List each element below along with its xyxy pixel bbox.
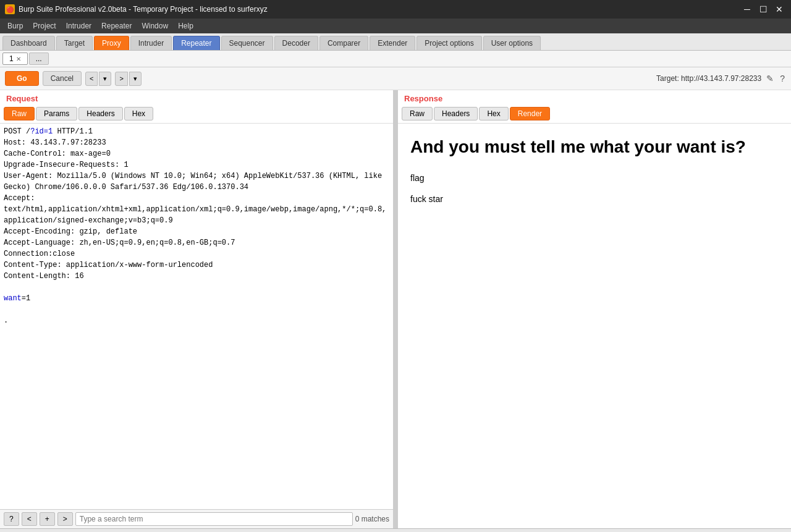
request-tab-raw[interactable]: Raw — [4, 107, 35, 120]
edit-target-button[interactable]: ✎ — [765, 72, 775, 85]
response-tab-hex[interactable]: Hex — [479, 107, 508, 120]
request-line-10: Accept-Language: zh,en-US;q=0.9,en;q=0.8… — [4, 237, 389, 248]
response-tab-bar: Raw Headers Hex Render — [398, 107, 791, 123]
request-line-1: POST /?id=1 HTTP/1.1 — [4, 126, 389, 137]
request-panel: Request Raw Params Headers Hex POST /?id… — [0, 90, 395, 528]
close-tab-icon[interactable]: ✕ — [16, 56, 21, 62]
response-p1: flag — [410, 171, 779, 185]
request-tab-bar: Raw Params Headers Hex — [0, 107, 393, 123]
tab-dashboard[interactable]: Dashboard — [2, 36, 55, 50]
menu-intruder[interactable]: Intruder — [61, 19, 96, 33]
search-bar: ? < + > 0 matches — [0, 509, 393, 528]
request-line-3: Cache-Control: max-age=0 — [4, 148, 389, 159]
request-tab-hex[interactable]: Hex — [124, 107, 153, 120]
window-controls: ─ ☐ ✕ — [740, 2, 786, 16]
nav-prev-dropdown-button[interactable]: ▾ — [99, 72, 111, 86]
request-line-13: Content-Length: 16 — [4, 271, 389, 282]
request-line-6: Accept: — [4, 193, 389, 204]
response-tab-raw[interactable]: Raw — [402, 107, 433, 120]
tab-repeater[interactable]: Repeater — [173, 36, 219, 50]
status-bar: Done 262 bytes | 18 millis — [0, 528, 791, 532]
search-matches: 0 matches — [355, 515, 389, 523]
tab-intruder[interactable]: Intruder — [130, 36, 172, 50]
menu-help[interactable]: Help — [173, 19, 198, 33]
nav-prev-button[interactable]: < — [85, 72, 98, 86]
go-button[interactable]: Go — [5, 71, 39, 86]
main-tab-bar: Dashboard Target Proxy Intruder Repeater… — [0, 33, 791, 51]
response-tab-headers[interactable]: Headers — [434, 107, 478, 120]
request-section-label: Request — [0, 90, 393, 107]
minimize-button[interactable]: ─ — [740, 2, 754, 16]
request-line-11: Connection:close — [4, 248, 389, 260]
request-tab-headers[interactable]: Headers — [78, 107, 122, 120]
window-title: Burp Suite Professional v2.0beta - Tempo… — [19, 5, 268, 14]
search-prev-button[interactable]: < — [22, 512, 37, 526]
repeater-tab-1[interactable]: 1 ✕ — [2, 53, 28, 65]
maximize-button[interactable]: ☐ — [756, 2, 770, 16]
title-bar: 🔴 Burp Suite Professional v2.0beta - Tem… — [0, 0, 791, 19]
request-line-12: Content-Type: application/x-www-form-url… — [4, 260, 389, 271]
nav-next-button[interactable]: > — [115, 72, 127, 86]
main-content: Request Raw Params Headers Hex POST /?id… — [0, 90, 791, 528]
target-url-area: Target: http://43.143.7.97:28233 ✎ ? — [656, 72, 786, 85]
menu-repeater[interactable]: Repeater — [96, 19, 137, 33]
tab-project-options[interactable]: Project options — [417, 36, 481, 50]
sub-tab-bar: 1 ✕ ... — [0, 51, 791, 67]
response-heading: And you must tell me what your want is? — [410, 133, 779, 161]
tab-user-options[interactable]: User options — [483, 36, 541, 50]
request-line-5: User-Agent: Mozilla/5.0 (Windows NT 10.0… — [4, 171, 389, 193]
menu-window[interactable]: Window — [137, 19, 173, 33]
request-line-blank — [4, 282, 389, 293]
menu-burp[interactable]: Burp — [2, 19, 28, 33]
tab-target[interactable]: Target — [56, 36, 93, 50]
menu-project[interactable]: Project — [28, 19, 61, 33]
tab-extender[interactable]: Extender — [370, 36, 415, 50]
search-help-button[interactable]: ? — [4, 512, 19, 526]
search-input[interactable] — [75, 512, 353, 526]
request-line-9: Accept-Encoding: gzip, deflate — [4, 226, 389, 237]
toolbar: Go Cancel < ▾ > ▾ Target: http://43.143.… — [0, 67, 791, 90]
cancel-button[interactable]: Cancel — [43, 71, 82, 86]
response-p2: fuck star — [410, 192, 779, 206]
target-url-label: Target: http://43.143.7.97:28233 — [656, 74, 761, 83]
tab-comparer[interactable]: Comparer — [319, 36, 368, 50]
search-add-button[interactable]: + — [40, 512, 55, 526]
nav-prev-group: < ▾ — [85, 72, 111, 86]
request-body[interactable]: POST /?id=1 HTTP/1.1 Host: 43.143.7.97:2… — [0, 123, 393, 509]
request-line-body: want=1 — [4, 293, 389, 304]
search-next-button[interactable]: > — [57, 512, 73, 526]
response-tab-render[interactable]: Render — [510, 107, 550, 120]
response-body: And you must tell me what your want is? … — [398, 123, 791, 528]
help-target-button[interactable]: ? — [779, 72, 786, 85]
request-line-7: text/html,application/xhtml+xml,applicat… — [4, 204, 389, 215]
request-line-dot2: . — [4, 315, 389, 326]
close-button[interactable]: ✕ — [772, 2, 786, 16]
request-tab-params[interactable]: Params — [36, 107, 77, 120]
nav-next-group: > ▾ — [115, 72, 141, 86]
response-panel: Response Raw Headers Hex Render And you … — [398, 90, 791, 528]
request-line-2: Host: 43.143.7.97:28233 — [4, 137, 389, 148]
request-line-8: application/signed-exchange;v=b3;q=0.9 — [4, 215, 389, 226]
app-icon: 🔴 — [5, 4, 15, 14]
menu-bar: Burp Project Intruder Repeater Window He… — [0, 19, 791, 33]
repeater-tab-more[interactable]: ... — [29, 53, 49, 65]
request-line-4: Upgrade-Insecure-Requests: 1 — [4, 159, 389, 171]
response-section-label: Response — [398, 90, 791, 107]
tab-sequencer[interactable]: Sequencer — [221, 36, 273, 50]
nav-next-dropdown-button[interactable]: ▾ — [129, 72, 142, 86]
tab-proxy[interactable]: Proxy — [94, 36, 129, 50]
tab-decoder[interactable]: Decoder — [274, 36, 318, 50]
request-line-dot — [4, 304, 389, 315]
